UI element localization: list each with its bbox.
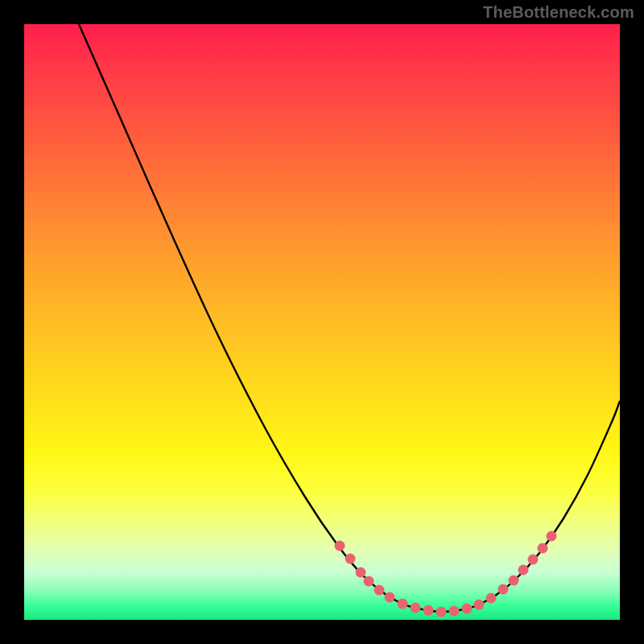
curve-marker <box>528 555 539 565</box>
curve-marker <box>398 599 408 609</box>
curve-marker <box>486 593 497 604</box>
curve-marker <box>449 606 460 617</box>
curve-marker <box>509 576 519 586</box>
curve-marker <box>547 531 557 542</box>
curve-marker <box>411 603 421 613</box>
chart-frame: TheBottleneck.com <box>0 0 644 644</box>
curve-marker <box>423 605 434 616</box>
curve-marker <box>364 576 374 587</box>
curve-marker <box>345 554 356 564</box>
curve-line <box>79 24 620 612</box>
curve-marker <box>374 585 385 596</box>
curve-marker <box>356 568 366 578</box>
curve-marker <box>462 604 473 614</box>
curve-marker <box>538 543 548 554</box>
bottleneck-curve-chart <box>24 24 620 620</box>
curve-marker <box>385 592 395 603</box>
watermark-text: TheBottleneck.com <box>483 3 634 22</box>
curve-marker <box>518 565 529 576</box>
curve-marker <box>498 584 509 595</box>
curve-marker <box>335 541 345 551</box>
curve-marker <box>474 600 485 610</box>
curve-marker <box>436 607 447 617</box>
curve-marker-group <box>335 531 557 617</box>
